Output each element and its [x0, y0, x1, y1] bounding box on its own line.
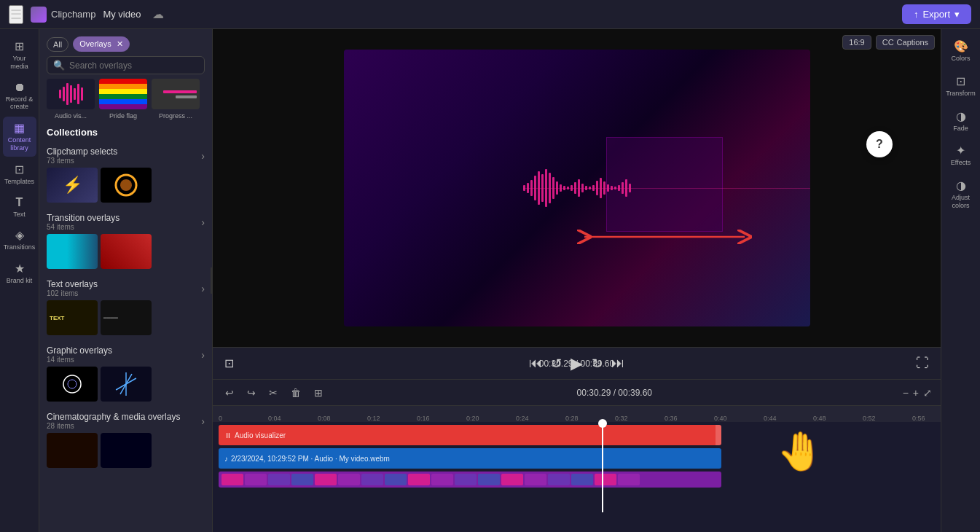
- clipchamp-thumb-1: ⚡: [47, 168, 98, 203]
- sidebar-label-text: Text: [13, 211, 26, 219]
- svg-point-3: [68, 380, 77, 388]
- timeline-content: 0 0:04 0:08 0:12 0:16: [213, 406, 941, 532]
- ruler-mark-5: 0:20: [466, 415, 516, 422]
- tool-fade[interactable]: ◑ Fade: [944, 105, 978, 137]
- export-icon: ↑: [914, 9, 919, 20]
- featured-pride-flag[interactable]: Pride flag: [99, 79, 147, 120]
- zoom-out-button[interactable]: −: [903, 387, 909, 399]
- audio-visualizer-track[interactable]: ⏸ Audio visualizer: [219, 425, 721, 445]
- zoom-in-button[interactable]: +: [913, 387, 919, 399]
- captions-ctrl-button[interactable]: ⊡: [224, 356, 234, 370]
- hamburger-button[interactable]: ☰: [9, 5, 23, 24]
- track-resize-handle[interactable]: [716, 425, 721, 445]
- cinema-thumb-1: [47, 433, 98, 468]
- ruler-mark-1: 0:04: [268, 415, 318, 422]
- collection-cinema-overlays[interactable]: Cinematography & media overlays 28 items…: [47, 409, 205, 433]
- cloud-icon: ☁: [152, 7, 164, 21]
- ruler-mark-3: 0:12: [367, 415, 417, 422]
- right-tool-sidebar: 🎨 Colors ⊡ Transform ◑ Fade ✦ Effects ◑ …: [941, 29, 980, 532]
- track-audio-vis-label: Audio visualizer: [235, 431, 286, 439]
- collection-transition-overlays[interactable]: Transition overlays 54 items ›: [47, 210, 205, 234]
- aspect-ratio-button[interactable]: 16:9: [842, 35, 871, 50]
- sidebar-item-content-library[interactable]: ▦ Content library: [3, 117, 36, 157]
- timeline-zoom: − + ⤢: [903, 387, 932, 399]
- collections-heading: Collections: [47, 127, 205, 138]
- track-row-audio-vis: ⏸ Audio visualizer: [219, 425, 941, 445]
- filter-row: All Overlays ✕: [47, 36, 205, 52]
- svg-point-1: [120, 179, 132, 191]
- ruler-mark-8: 0:32: [615, 415, 665, 422]
- clipchamp-thumb-2: [101, 168, 152, 203]
- chevron-icon: ›: [201, 415, 205, 427]
- tool-transform[interactable]: ⊡ Transform: [944, 70, 978, 102]
- sidebar-label-templates: Templates: [4, 178, 34, 186]
- undo-button[interactable]: ↩: [222, 385, 238, 401]
- captions-icon: CC: [882, 38, 894, 47]
- media-button[interactable]: ⊞: [310, 385, 326, 401]
- timeline-ruler: 0 0:04 0:08 0:12 0:16: [213, 406, 941, 422]
- time-display: 00:30.29 / 00:39.60: [539, 359, 614, 369]
- text-overlay-thumb-2: ━━━━: [101, 300, 152, 335]
- collection-text-overlays[interactable]: Text overlays 102 items ›: [47, 276, 205, 300]
- track-music-icon: ♪: [224, 455, 228, 463]
- sidebar-item-templates[interactable]: ⊡ Templates: [3, 158, 36, 190]
- chevron-icon: ›: [201, 349, 205, 361]
- video-title[interactable]: My video: [103, 9, 141, 20]
- sidebar-label-record: Record & create: [4, 95, 35, 112]
- collection-graphic-overlays[interactable]: Graphic overlays 14 items ›: [47, 343, 205, 367]
- track-audio-file-label: 2/23/2024, 10:29:52 PM · Audio · My vide…: [231, 455, 390, 463]
- text-icon: T: [16, 196, 23, 209]
- clipchamp-selects-thumbs: ⚡: [47, 168, 205, 203]
- search-input[interactable]: [69, 60, 198, 71]
- panel-search-area: All Overlays ✕ 🔍: [39, 29, 212, 79]
- playhead-handle: [598, 419, 607, 428]
- filter-overlays-button[interactable]: Overlays ✕: [73, 36, 129, 52]
- sidebar-item-record[interactable]: ⏺ Record & create: [3, 77, 36, 116]
- captions-button[interactable]: CC Captions: [876, 35, 935, 50]
- delete-button[interactable]: 🗑: [287, 385, 305, 401]
- ruler-mark-7: 0:28: [565, 415, 615, 422]
- text-overlay-thumb-1: TEXT: [47, 300, 98, 335]
- ruler-mark-9: 0:36: [665, 415, 714, 422]
- logo-icon: [31, 7, 47, 23]
- featured-audio-vis[interactable]: Audio vis...: [47, 79, 95, 120]
- fullscreen-button[interactable]: ⛶: [916, 356, 929, 371]
- graphic-overlay-thumb-1: [47, 367, 98, 402]
- export-button[interactable]: ↑ Export ▾: [902, 4, 971, 24]
- tool-colors[interactable]: 🎨 Colors: [944, 35, 978, 67]
- audio-file-track[interactable]: ♪ 2/23/2024, 10:29:52 PM · Audio · My vi…: [219, 448, 721, 469]
- tool-effects[interactable]: ✦ Effects: [944, 139, 978, 171]
- sidebar-item-brand-kit[interactable]: ★ Brand kit: [3, 257, 36, 289]
- overlays-panel: All Overlays ✕ 🔍: [39, 29, 213, 532]
- filter-all-button[interactable]: All: [47, 37, 68, 52]
- transition-thumb-1: [47, 234, 98, 269]
- effects-icon: ✦: [956, 144, 965, 157]
- help-button[interactable]: ?: [866, 131, 893, 157]
- featured-pride-label: Pride flag: [109, 112, 137, 120]
- templates-icon: ⊡: [15, 163, 24, 176]
- collection-clipchamp-selects[interactable]: Clipchamp selects 73 items ›: [47, 144, 205, 168]
- track-row-color: [219, 472, 941, 488]
- search-box[interactable]: 🔍: [47, 56, 205, 74]
- track-pause-icon: ⏸: [224, 431, 232, 439]
- featured-progress[interactable]: Progress ...: [152, 79, 200, 120]
- graphic-overlay-thumb-2: [101, 367, 152, 402]
- sidebar-item-transitions[interactable]: ◈ Transitions: [3, 224, 36, 256]
- ruler-mark-0: 0: [219, 415, 268, 422]
- filter-close-icon[interactable]: ✕: [117, 39, 123, 48]
- redo-button[interactable]: ↪: [243, 385, 259, 401]
- sidebar-item-text[interactable]: T Text: [3, 192, 36, 223]
- color-track[interactable]: [219, 472, 721, 488]
- transition-thumbs: [47, 234, 205, 269]
- progress-thumb: [152, 79, 200, 109]
- cut-button[interactable]: ✂: [265, 385, 281, 401]
- player-controls: ⊡ ⏮ ↺ ▶ ↻ ⏭ 00:30.29 / 00:39.60 ⛶: [213, 347, 941, 379]
- app-name: Clipchamp: [51, 9, 95, 20]
- your-media-icon: ⊞: [15, 39, 24, 53]
- ruler-mark-14: 0:56: [912, 415, 941, 422]
- sidebar-item-your-media[interactable]: ⊞ Your media: [3, 35, 36, 75]
- sidebar-label-brand-kit: Brand kit: [7, 277, 33, 285]
- tool-adjust-colors[interactable]: ◑ Adjust colors: [944, 174, 978, 214]
- fit-zoom-button[interactable]: ⤢: [923, 387, 932, 399]
- left-icon-sidebar: ⊞ Your media ⏺ Record & create ▦ Content…: [0, 29, 39, 532]
